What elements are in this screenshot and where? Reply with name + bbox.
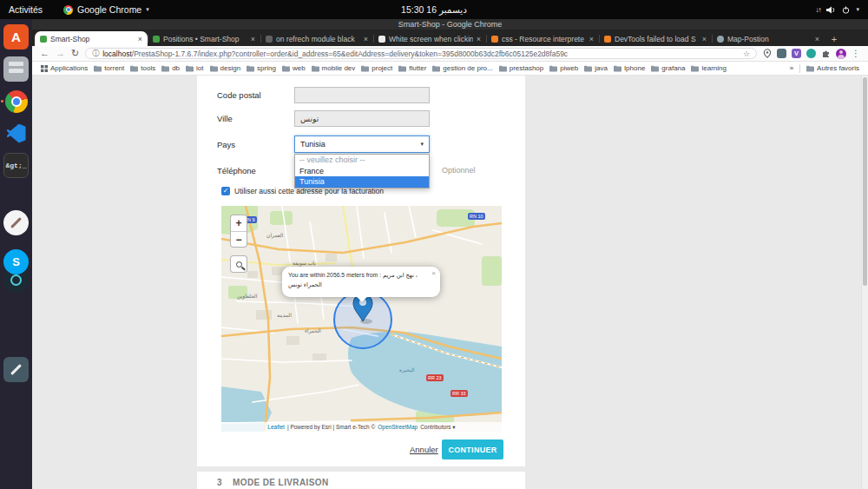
tab-white-screen[interactable]: White screen when clickin × bbox=[373, 31, 486, 46]
tab-smart-shop[interactable]: Smart-Shop × bbox=[35, 31, 148, 46]
app-menu[interactable]: Google Chrome ▾ bbox=[63, 4, 149, 15]
tab-close-icon[interactable]: × bbox=[477, 35, 481, 43]
tab-on-refrech-module[interactable]: on refrech module black × bbox=[260, 31, 373, 46]
tab-label: Map-Postion bbox=[727, 35, 812, 43]
bookmark-item[interactable]: gestion de pro... bbox=[432, 64, 492, 72]
bookmark-item-applications[interactable]: Applications bbox=[41, 64, 88, 72]
bookmark-item[interactable]: grafana bbox=[651, 64, 685, 72]
country-option-placeholder[interactable]: -- veuillez choisir -- bbox=[295, 155, 429, 166]
location-pin-extension-icon[interactable] bbox=[763, 49, 772, 58]
profile-avatar[interactable] bbox=[836, 49, 846, 59]
folder-icon bbox=[161, 65, 169, 72]
address-bar[interactable]: ⓘ localhost/PrestaShop-1.7.6.7/index.php… bbox=[85, 48, 757, 59]
bookmark-item[interactable]: java bbox=[584, 64, 608, 72]
country-select[interactable]: Tunisia ▾ bbox=[294, 135, 430, 153]
react-devtools-icon[interactable] bbox=[806, 49, 816, 58]
osm-link[interactable]: OpenStreetMap bbox=[378, 424, 418, 430]
bookmark-label: Applications bbox=[50, 64, 88, 72]
bookmark-item[interactable]: db bbox=[161, 64, 180, 72]
clock[interactable]: 15:30 16 ديسمبر bbox=[401, 4, 467, 15]
tab-favicon bbox=[491, 36, 498, 43]
tab-map-postion[interactable]: Map-Postion × bbox=[712, 31, 825, 46]
bookmark-item[interactable]: flutter bbox=[398, 64, 426, 72]
city-input[interactable]: تونس bbox=[294, 110, 430, 127]
folder-icon bbox=[691, 65, 699, 72]
vscode-icon[interactable] bbox=[3, 121, 29, 146]
files-icon[interactable] bbox=[3, 56, 29, 82]
country-option-france[interactable]: France bbox=[295, 166, 429, 177]
draw-tool-icon[interactable] bbox=[3, 357, 29, 382]
popup-close-icon[interactable]: × bbox=[431, 268, 436, 279]
page-scrollbar[interactable] bbox=[861, 76, 868, 489]
continue-button[interactable]: CONTINUER bbox=[442, 439, 503, 459]
billing-checkbox[interactable]: ✓ bbox=[221, 187, 230, 195]
step-title: MODE DE LIVRAISON bbox=[233, 478, 329, 487]
window-title-bar[interactable]: Smart-Shop - Google Chrome bbox=[32, 19, 868, 30]
extensions-puzzle-icon[interactable] bbox=[821, 49, 831, 58]
activities-button[interactable]: Activités bbox=[0, 4, 51, 15]
popup-text-line1: You are within 2056.5 meters from : نهج … bbox=[288, 271, 429, 281]
folder-icon bbox=[651, 65, 659, 72]
leaflet-link[interactable]: Leaflet bbox=[267, 424, 285, 430]
bookmark-label: design bbox=[220, 64, 241, 72]
bookmark-item[interactable]: web bbox=[282, 64, 306, 72]
tab-positions-smart-shop[interactable]: Positions • Smart-Shop × bbox=[148, 31, 260, 46]
forward-button[interactable]: → bbox=[56, 49, 65, 58]
cancel-link[interactable]: Annuler bbox=[410, 445, 438, 454]
bookmark-item[interactable]: learning bbox=[691, 64, 726, 72]
new-tab-button[interactable]: + bbox=[825, 31, 844, 46]
bookmark-item[interactable]: piweb bbox=[549, 64, 578, 72]
map-place-label: المدينة bbox=[277, 312, 292, 318]
bookmarks-overflow-chevron[interactable]: » bbox=[790, 64, 793, 72]
bookmark-item[interactable]: Iphone bbox=[614, 64, 645, 72]
scrollbar-thumb[interactable] bbox=[863, 77, 867, 286]
zoom-out-button[interactable]: − bbox=[231, 231, 247, 247]
tab-devtools-failed[interactable]: DevTools failed to load S × bbox=[599, 31, 712, 46]
caret-down-icon: ▾ bbox=[856, 6, 859, 13]
leaflet-map[interactable]: العمران باب سويقة الحلفاوين المدينة الحم… bbox=[221, 206, 502, 432]
back-button[interactable]: ← bbox=[40, 49, 49, 58]
phone-optional-hint: Optionnel bbox=[442, 166, 476, 175]
postal-code-input[interactable] bbox=[294, 87, 430, 103]
extensions-area: V ⋮ bbox=[763, 49, 860, 59]
browser-menu-icon[interactable]: ⋮ bbox=[852, 49, 860, 58]
zoom-in-button[interactable]: + bbox=[231, 215, 247, 231]
bookmark-item[interactable]: tools bbox=[130, 64, 155, 72]
tab-close-icon[interactable]: × bbox=[815, 35, 819, 43]
city-label: Ville bbox=[217, 114, 233, 123]
tab-close-icon[interactable]: × bbox=[251, 35, 255, 43]
other-bookmarks[interactable]: Autres favoris bbox=[806, 64, 859, 72]
folder-icon bbox=[398, 65, 406, 72]
bookmark-item[interactable]: design bbox=[210, 64, 241, 72]
bookmark-item[interactable]: prestashop bbox=[499, 64, 544, 72]
tab-close-icon[interactable]: × bbox=[702, 35, 707, 43]
tab-close-icon[interactable]: × bbox=[138, 35, 142, 43]
chrome-launcher-icon[interactable] bbox=[3, 89, 29, 114]
country-option-tunisia[interactable]: Tunisia bbox=[295, 176, 429, 188]
tab-close-icon[interactable]: × bbox=[589, 35, 594, 43]
map-search-button[interactable] bbox=[230, 255, 247, 273]
bookmark-label: Iphone bbox=[624, 64, 645, 72]
skype-icon[interactable]: S bbox=[3, 249, 29, 274]
tab-label: Smart-Shop bbox=[50, 35, 135, 43]
bookmark-item[interactable]: iot bbox=[186, 64, 203, 72]
vue-devtools-icon[interactable]: V bbox=[792, 49, 801, 58]
bookmark-item[interactable]: project bbox=[361, 64, 392, 72]
bookmark-item[interactable]: spring bbox=[247, 64, 276, 72]
site-info-icon[interactable]: ⓘ bbox=[92, 49, 99, 58]
text-editor-icon[interactable] bbox=[3, 210, 29, 235]
bookmark-item[interactable]: mobile dev bbox=[312, 64, 356, 72]
system-status-area[interactable]: ↓↑ ▾ bbox=[815, 6, 868, 14]
tab-css-resource[interactable]: css - Resource interprete × bbox=[486, 31, 599, 46]
reload-button[interactable]: ↻ bbox=[71, 49, 79, 58]
screen: Activités Google Chrome ▾ 15:30 16 ديسمب… bbox=[0, 0, 868, 489]
vscode-shape bbox=[7, 124, 26, 143]
terminal-icon[interactable]: &gt;_ bbox=[3, 153, 29, 178]
bookmark-star-icon[interactable]: ☆ bbox=[743, 50, 750, 58]
software-center-icon[interactable]: A bbox=[3, 24, 29, 50]
dev-extension-icon[interactable] bbox=[777, 49, 786, 58]
bookmark-item[interactable]: torrent bbox=[94, 64, 124, 72]
popup-text-line2: الحمراء تونس bbox=[288, 281, 429, 290]
country-dropdown: -- veuillez choisir -- France Tunisia bbox=[294, 154, 430, 188]
tab-close-icon[interactable]: × bbox=[364, 35, 368, 43]
